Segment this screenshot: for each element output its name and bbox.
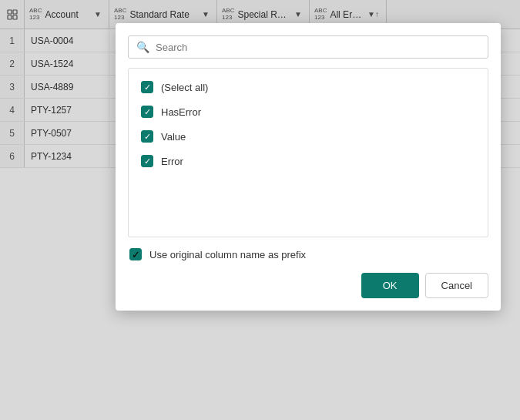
expand-column-dialog: 🔍 ✓ (Select all) ✓ HasError ✓ Value bbox=[116, 23, 501, 311]
prefix-row[interactable]: ✓ Use original column name as prefix bbox=[128, 248, 488, 260]
column-select-list: ✓ (Select all) ✓ HasError ✓ Value ✓ Erro… bbox=[128, 68, 488, 237]
checkbox-value[interactable]: ✓ bbox=[141, 130, 153, 143]
checkbox-label-value: Value bbox=[161, 131, 186, 143]
checkbox-error[interactable]: ✓ bbox=[141, 155, 153, 167]
checkbox-item-select-all[interactable]: ✓ (Select all) bbox=[129, 75, 488, 99]
checkbox-item-haserror[interactable]: ✓ HasError bbox=[129, 99, 488, 124]
search-icon: 🔍 bbox=[136, 41, 149, 53]
checkmark-icon: ✓ bbox=[144, 157, 151, 166]
search-box[interactable]: 🔍 bbox=[128, 35, 488, 59]
checkmark-icon: ✓ bbox=[144, 133, 151, 141]
checkbox-select-all[interactable]: ✓ bbox=[141, 81, 153, 93]
checkbox-label-haserror: HasError bbox=[161, 106, 201, 118]
checkmark-icon: ✓ bbox=[132, 249, 140, 260]
ok-button[interactable]: OK bbox=[361, 273, 419, 298]
cancel-button[interactable]: Cancel bbox=[425, 273, 488, 298]
prefix-label: Use original column name as prefix bbox=[149, 249, 306, 260]
checkmark-icon: ✓ bbox=[144, 83, 151, 92]
checkbox-label-error: Error bbox=[161, 156, 183, 167]
checkbox-item-value[interactable]: ✓ Value bbox=[129, 124, 488, 149]
checkbox-haserror[interactable]: ✓ bbox=[141, 106, 153, 118]
dialog-footer: OK Cancel bbox=[128, 273, 488, 298]
checkmark-icon: ✓ bbox=[144, 108, 151, 116]
search-input[interactable] bbox=[156, 42, 480, 53]
checkbox-label-select-all: (Select all) bbox=[161, 82, 208, 93]
prefix-checkbox[interactable]: ✓ bbox=[129, 248, 142, 260]
checkbox-item-error[interactable]: ✓ Error bbox=[129, 149, 488, 173]
